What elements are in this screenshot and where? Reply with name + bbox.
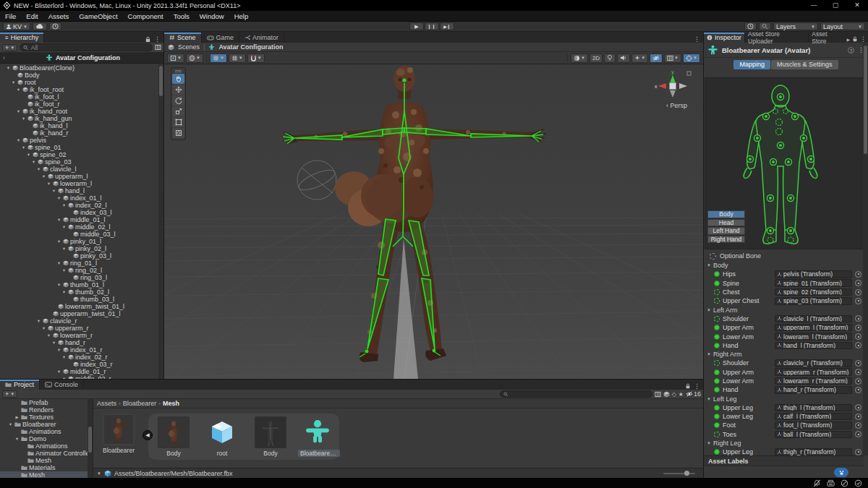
tree-row[interactable]: ▼Bloatbearer(Clone) <box>0 64 158 72</box>
bone-object-field[interactable]: spine_03 (Transform) <box>775 297 852 305</box>
foldout-icon[interactable]: ▼ <box>16 87 21 92</box>
menu-item-help[interactable]: Help <box>229 11 254 22</box>
search-everywhere-button[interactable] <box>759 22 771 30</box>
foldout-icon[interactable]: ▼ <box>46 333 51 338</box>
foldout-icon[interactable]: ▼ <box>21 116 26 121</box>
axis-gizmo[interactable]: y x <box>651 69 693 102</box>
hierarchy-search-input[interactable] <box>31 44 149 51</box>
object-picker-icon[interactable] <box>855 280 861 286</box>
part-button-right-hand[interactable]: Right Hand <box>707 236 745 244</box>
palette-drag-handle[interactable] <box>172 69 184 73</box>
tab-hierarchy[interactable]: ≡Hierarchy <box>0 33 44 43</box>
foldout-icon[interactable]: ▼ <box>61 203 67 207</box>
project-tree-scrollbar[interactable] <box>88 399 93 478</box>
folder-row[interactable]: Mesh <box>0 471 88 478</box>
tree-row[interactable]: ▼ik_hand_r <box>0 129 158 137</box>
tree-row[interactable]: ▼upperarm_twist_01_l <box>0 310 158 317</box>
lock-icon[interactable] <box>685 383 691 389</box>
foldout-icon[interactable]: ▼ <box>56 196 61 200</box>
tool-move-button[interactable] <box>172 85 184 95</box>
services-button[interactable] <box>49 22 61 30</box>
add-gameobject-dropdown[interactable]: +▼ <box>2 44 17 51</box>
snap-settings-dropdown[interactable]: ▼ <box>247 53 265 63</box>
foldout-icon[interactable]: ▼ <box>31 160 36 164</box>
foldout-icon[interactable]: ▼ <box>6 66 11 70</box>
package-icon[interactable] <box>663 391 670 398</box>
bone-section-header[interactable]: ▼Right Leg <box>704 439 863 448</box>
tree-row[interactable]: ▼thumb_03_l <box>0 296 158 303</box>
foldout-icon[interactable]: ▼ <box>41 326 46 330</box>
bone-object-field[interactable]: thigh_r (Transform) <box>775 448 852 455</box>
bone-object-field[interactable]: foot_l (Transform) <box>775 421 852 429</box>
tree-row[interactable]: ▼ring_02_l <box>0 267 158 274</box>
object-picker-icon[interactable] <box>855 315 861 322</box>
foldout-icon[interactable]: ▼ <box>21 145 26 150</box>
tree-row[interactable]: ▼clavicle_r <box>0 317 158 325</box>
kebab-menu-icon[interactable]: ⋮ <box>694 382 700 390</box>
foldout-icon[interactable]: ▼ <box>46 181 51 186</box>
folder-row[interactable]: Prefab <box>0 399 88 406</box>
foldout-icon[interactable]: ▼ <box>61 225 67 229</box>
favorite-star-icon[interactable]: ★ <box>678 391 684 398</box>
tree-row[interactable]: ▼lowerarm_l <box>0 180 158 187</box>
hidden-packages-count[interactable]: 16 <box>686 390 701 398</box>
hierarchy-search[interactable] <box>20 43 153 51</box>
object-picker-icon[interactable] <box>855 360 861 367</box>
hierarchy-scrollbar[interactable] <box>158 64 163 379</box>
asset-item[interactable]: Bloatbearer <box>99 414 138 454</box>
step-button[interactable]: ▶❙ <box>440 22 454 30</box>
folder-row[interactable]: Mesh <box>0 457 88 464</box>
foldout-icon[interactable]: ▼ <box>56 261 61 265</box>
overlays-dropdown[interactable]: ▼ <box>664 53 681 63</box>
foldout-icon[interactable]: ▼ <box>26 153 31 157</box>
kebab-menu-icon[interactable]: ⋮ <box>154 35 161 43</box>
tree-row[interactable]: ▼spine_02 <box>0 151 158 158</box>
tree-row[interactable]: ▼thumb_02_l <box>0 288 158 296</box>
tree-row[interactable]: ▼index_03_r <box>0 361 158 368</box>
foldout-icon[interactable]: ▼ <box>51 341 56 345</box>
tree-row[interactable]: ▼thumb_01_l <box>0 281 158 288</box>
tool-handle-position-dropdown[interactable]: ▼ <box>167 53 184 63</box>
pause-button[interactable]: ❙❙ <box>425 22 439 30</box>
object-picker-icon[interactable] <box>855 342 861 348</box>
part-button-head[interactable]: Head <box>707 219 745 227</box>
scene-visibility-icon[interactable] <box>155 44 161 51</box>
bone-section-header[interactable]: ▼Right Arm <box>704 350 863 359</box>
shading-mode-dropdown[interactable]: ▼ <box>571 53 588 63</box>
thumbnail-zoom-slider[interactable] <box>663 473 695 474</box>
object-picker-icon[interactable] <box>855 333 861 340</box>
tree-row[interactable]: ▼ring_03_l <box>0 274 158 281</box>
foldout-icon[interactable]: ▼ <box>56 348 61 352</box>
bone-object-field[interactable]: spine_01 (Transform) <box>775 279 852 287</box>
scene-visibility-toggle[interactable] <box>650 53 663 63</box>
close-button[interactable]: ✕ <box>846 0 868 11</box>
tool-scale-button[interactable] <box>172 106 184 116</box>
scene-viewport[interactable]: y x ‹ Persp <box>164 64 703 379</box>
bone-object-field[interactable]: hand_l (Transform) <box>775 342 852 350</box>
tab-inspector[interactable]: Inspector <box>704 33 745 43</box>
kebab-menu-icon[interactable]: ⋮ <box>694 35 700 43</box>
foldout-icon[interactable]: ▼ <box>16 109 21 114</box>
folder-row[interactable]: ▶Textures <box>0 414 88 421</box>
tree-row[interactable]: ▼hand_l <box>0 187 158 194</box>
foldout-icon[interactable]: ▼ <box>56 218 61 222</box>
tree-row[interactable]: ▼Body <box>0 72 158 79</box>
object-picker-icon[interactable] <box>855 298 861 304</box>
bone-section-header[interactable]: ▼Left Arm <box>704 305 863 314</box>
tree-row[interactable]: ▼ring_01_l <box>0 260 158 267</box>
tree-row[interactable]: ▼middle_03_l <box>0 231 158 238</box>
menu-item-file[interactable]: File <box>0 11 21 22</box>
bone-object-field[interactable]: lowerarm_l (Transform) <box>775 333 852 341</box>
layers-dropdown[interactable]: Layers▼ <box>773 22 818 30</box>
folder-row[interactable]: Materials <box>0 464 88 471</box>
tree-row[interactable]: ▼pinky_01_l <box>0 238 158 245</box>
tool-rect-button[interactable] <box>172 117 184 127</box>
tree-row[interactable]: ▼spine_03 <box>0 158 158 166</box>
bone-object-field[interactable]: hand_r (Transform) <box>775 386 852 394</box>
tab-muscles-settings[interactable]: Muscles & Settings <box>771 60 838 69</box>
avatar-mapping-diagram[interactable]: Body Head Left Hand Right Hand <box>705 77 864 249</box>
tree-row[interactable]: ▼ik_foot_root <box>0 86 158 93</box>
tree-row[interactable]: ▼index_01_r <box>0 346 158 354</box>
foldout-icon[interactable]: ▼ <box>36 167 41 171</box>
menu-item-window[interactable]: Window <box>195 11 229 22</box>
